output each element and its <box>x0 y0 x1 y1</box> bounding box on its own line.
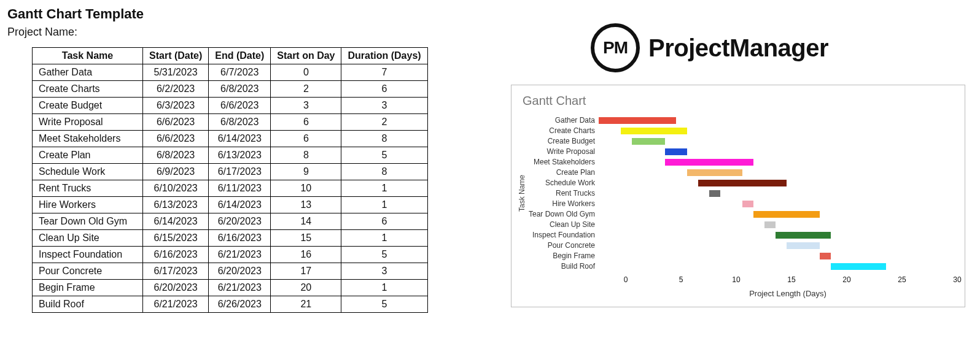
cell-end-date: 6/7/2023 <box>209 64 271 81</box>
cell-duration: 1 <box>341 180 427 197</box>
cell-task-name: Pour Concrete <box>33 263 143 280</box>
cell-end-date: 6/14/2023 <box>209 131 271 147</box>
cell-start-date: 6/13/2023 <box>143 197 209 213</box>
cell-task-name: Build Roof <box>33 296 143 313</box>
cell-end-date: 6/14/2023 <box>209 197 271 213</box>
y-tick-label: Meet Stakeholders <box>529 157 595 167</box>
table-row[interactable]: Pour Concrete6/17/20236/20/2023173 <box>33 263 428 280</box>
gantt-bar <box>787 242 820 249</box>
cell-duration: 6 <box>341 81 427 98</box>
cell-start-date: 6/15/2023 <box>143 230 209 247</box>
y-axis-ticks: Gather DataCreate ChartsCreate BudgetWri… <box>529 115 599 272</box>
gantt-bar <box>665 159 753 166</box>
table-row[interactable]: Inspect Foundation6/16/20236/21/2023165 <box>33 247 428 263</box>
cell-start-on-day: 2 <box>271 81 341 98</box>
cell-duration: 3 <box>341 263 427 280</box>
col-duration: Duration (Days) <box>341 48 427 64</box>
cell-end-date: 6/8/2023 <box>209 81 271 98</box>
chart-title: Gantt Chart <box>523 94 959 108</box>
table-row[interactable]: Hire Workers6/13/20236/14/2023131 <box>33 197 428 213</box>
y-tick-label: Gather Data <box>529 115 595 126</box>
col-start-on-day: Start on Day <box>271 48 341 64</box>
table-row[interactable]: Create Charts6/2/20236/8/202326 <box>33 81 428 98</box>
table-row[interactable]: Schedule Work6/9/20236/17/202398 <box>33 164 428 180</box>
y-tick-label: Build Roof <box>529 261 595 272</box>
table-row[interactable]: Build Roof6/21/20236/26/2023215 <box>33 296 428 313</box>
gantt-bar <box>764 221 776 228</box>
cell-end-date: 6/17/2023 <box>209 164 271 180</box>
cell-end-date: 6/20/2023 <box>209 263 271 280</box>
table-row[interactable]: Meet Stakeholders6/6/20236/14/202368 <box>33 131 428 147</box>
y-tick-label: Create Budget <box>529 136 595 147</box>
cell-end-date: 6/13/2023 <box>209 147 271 164</box>
y-tick-label: Write Proposal <box>529 147 595 157</box>
x-tick-label: 0 <box>624 275 628 284</box>
table-row[interactable]: Clean Up Site6/15/20236/16/2023151 <box>33 230 428 247</box>
gantt-bar <box>820 253 831 259</box>
cell-start-date: 5/31/2023 <box>143 64 209 81</box>
table-row[interactable]: Gather Data5/31/20236/7/202307 <box>33 64 428 81</box>
cell-task-name: Inspect Foundation <box>33 247 143 263</box>
cell-start-date: 6/3/2023 <box>143 98 209 114</box>
cell-task-name: Hire Workers <box>33 197 143 213</box>
col-start-date: Start (Date) <box>143 48 209 64</box>
cell-duration: 8 <box>341 164 427 180</box>
y-tick-label: Clean Up Site <box>529 220 595 230</box>
cell-start-date: 6/8/2023 <box>143 147 209 164</box>
cell-end-date: 6/21/2023 <box>209 280 271 296</box>
cell-start-date: 6/20/2023 <box>143 280 209 296</box>
cell-end-date: 6/8/2023 <box>209 114 271 131</box>
gantt-bar <box>632 138 665 145</box>
project-name-label: Project Name: <box>7 26 499 39</box>
cell-duration: 7 <box>341 64 427 81</box>
gantt-bar <box>753 211 820 218</box>
gantt-chart: Gantt Chart Task Name Gather DataCreate … <box>511 85 965 307</box>
gantt-bar <box>599 117 676 124</box>
table-row[interactable]: Write Proposal6/6/20236/8/202362 <box>33 114 428 131</box>
y-tick-label: Pour Concrete <box>529 240 595 251</box>
logo-wordmark: ProjectManager <box>648 34 828 62</box>
cell-duration: 6 <box>341 213 427 230</box>
y-tick-label: Schedule Work <box>529 178 595 188</box>
cell-end-date: 6/6/2023 <box>209 98 271 114</box>
cell-start-on-day: 21 <box>271 296 341 313</box>
y-tick-label: Begin Frame <box>529 251 595 261</box>
cell-task-name: Create Budget <box>33 98 143 114</box>
table-row[interactable]: Rent Trucks6/10/20236/11/2023101 <box>33 180 428 197</box>
cell-duration: 1 <box>341 230 427 247</box>
col-end-date: End (Date) <box>209 48 271 64</box>
table-row[interactable]: Create Budget6/3/20236/6/202333 <box>33 98 428 114</box>
cell-start-date: 6/21/2023 <box>143 296 209 313</box>
cell-start-on-day: 10 <box>271 180 341 197</box>
cell-end-date: 6/11/2023 <box>209 180 271 197</box>
cell-start-on-day: 15 <box>271 230 341 247</box>
y-tick-label: Create Plan <box>529 167 595 178</box>
gantt-bar <box>687 169 742 176</box>
cell-task-name: Gather Data <box>33 64 143 81</box>
cell-duration: 8 <box>341 131 427 147</box>
gantt-bar <box>698 180 787 186</box>
cell-duration: 5 <box>341 147 427 164</box>
cell-start-on-day: 20 <box>271 280 341 296</box>
cell-task-name: Tear Down Old Gym <box>33 213 143 230</box>
cell-task-name: Clean Up Site <box>33 230 143 247</box>
y-tick-label: Create Charts <box>529 126 595 136</box>
x-tick-label: 10 <box>732 275 740 284</box>
cell-task-name: Schedule Work <box>33 164 143 180</box>
cell-duration: 3 <box>341 98 427 114</box>
x-tick-label: 30 <box>953 275 961 284</box>
col-task-name: Task Name <box>33 48 143 64</box>
cell-task-name: Create Charts <box>33 81 143 98</box>
cell-start-date: 6/6/2023 <box>143 114 209 131</box>
cell-start-date: 6/9/2023 <box>143 164 209 180</box>
y-tick-label: Hire Workers <box>529 199 595 209</box>
table-row[interactable]: Create Plan6/8/20236/13/202385 <box>33 147 428 164</box>
task-table: Task Name Start (Date) End (Date) Start … <box>32 47 428 313</box>
logo-badge-icon: PM <box>591 23 640 72</box>
table-row[interactable]: Tear Down Old Gym6/14/20236/20/2023146 <box>33 213 428 230</box>
cell-start-date: 6/6/2023 <box>143 131 209 147</box>
table-row[interactable]: Begin Frame6/20/20236/21/2023201 <box>33 280 428 296</box>
cell-start-on-day: 17 <box>271 263 341 280</box>
cell-start-on-day: 16 <box>271 247 341 263</box>
cell-start-on-day: 14 <box>271 213 341 230</box>
